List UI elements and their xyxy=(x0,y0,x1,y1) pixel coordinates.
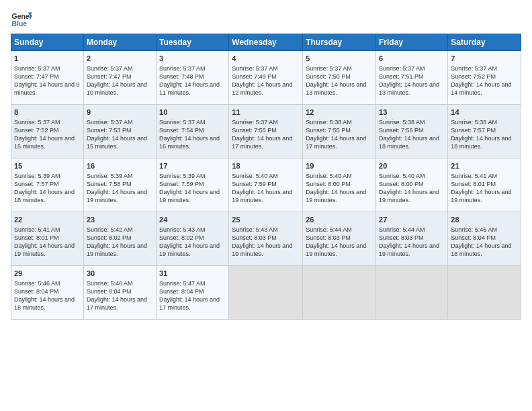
sunset: Sunset: 7:52 PM xyxy=(14,127,59,134)
day-number: 29 xyxy=(14,269,81,279)
calendar-table: SundayMondayTuesdayWednesdayThursdayFrid… xyxy=(11,34,521,320)
sunset: Sunset: 7:55 PM xyxy=(232,127,277,134)
daylight: Daylight: 14 hours and 9 minutes. xyxy=(14,81,80,96)
calendar-cell: 28Sunrise: 5:45 AMSunset: 8:04 PMDayligh… xyxy=(448,212,521,266)
calendar-cell: 15Sunrise: 5:39 AMSunset: 7:57 PMDayligh… xyxy=(11,158,84,212)
calendar-cell: 12Sunrise: 5:38 AMSunset: 7:55 PMDayligh… xyxy=(303,105,376,158)
sunset: Sunset: 8:04 PM xyxy=(14,288,59,295)
day-number: 17 xyxy=(159,161,226,171)
calendar-cell: 19Sunrise: 5:40 AMSunset: 8:00 PMDayligh… xyxy=(303,158,376,212)
daylight: Daylight: 14 hours and 13 minutes. xyxy=(379,81,439,96)
calendar-cell: 30Sunrise: 5:46 AMSunset: 8:04 PMDayligh… xyxy=(83,266,156,320)
daylight: Daylight: 14 hours and 10 minutes. xyxy=(87,81,147,96)
daylight: Daylight: 14 hours and 19 minutes. xyxy=(379,189,439,203)
sunrise: Sunrise: 5:38 AM xyxy=(451,119,497,126)
day-number: 22 xyxy=(14,215,81,225)
calendar-cell xyxy=(229,266,303,320)
sunset: Sunset: 8:01 PM xyxy=(451,181,496,187)
sunrise: Sunrise: 5:43 AM xyxy=(159,226,206,233)
daylight: Daylight: 14 hours and 19 minutes. xyxy=(451,189,511,203)
sunset: Sunset: 7:48 PM xyxy=(159,73,204,80)
weekday-header: Friday xyxy=(376,34,448,51)
day-number: 3 xyxy=(159,54,226,64)
daylight: Daylight: 14 hours and 19 minutes. xyxy=(232,242,292,257)
day-number: 24 xyxy=(159,215,226,225)
calendar-cell: 24Sunrise: 5:43 AMSunset: 8:02 PMDayligh… xyxy=(157,212,229,266)
day-number: 20 xyxy=(379,161,445,171)
calendar-cell: 27Sunrise: 5:44 AMSunset: 8:03 PMDayligh… xyxy=(376,212,448,266)
daylight: Daylight: 14 hours and 19 minutes. xyxy=(87,242,147,257)
calendar-cell: 22Sunrise: 5:41 AMSunset: 8:01 PMDayligh… xyxy=(11,212,84,266)
day-number: 16 xyxy=(87,161,153,171)
daylight: Daylight: 14 hours and 14 minutes. xyxy=(451,81,511,96)
sunset: Sunset: 7:59 PM xyxy=(232,181,277,187)
sunset: Sunset: 8:02 PM xyxy=(159,234,204,241)
sunset: Sunset: 8:02 PM xyxy=(87,234,132,241)
sunrise: Sunrise: 5:44 AM xyxy=(306,226,352,233)
daylight: Daylight: 14 hours and 19 minutes. xyxy=(159,189,220,203)
sunset: Sunset: 8:04 PM xyxy=(87,288,132,295)
day-number: 28 xyxy=(451,215,518,225)
sunset: Sunset: 7:54 PM xyxy=(159,127,204,134)
logo-icon: General Blue xyxy=(11,8,32,30)
sunrise: Sunrise: 5:37 AM xyxy=(232,119,278,126)
sunrise: Sunrise: 5:40 AM xyxy=(379,173,425,179)
sunrise: Sunrise: 5:41 AM xyxy=(451,173,497,179)
calendar-cell: 8Sunrise: 5:37 AMSunset: 7:52 PMDaylight… xyxy=(11,105,84,158)
sunset: Sunset: 8:00 PM xyxy=(306,181,351,187)
sunset: Sunset: 7:53 PM xyxy=(87,127,132,134)
sunrise: Sunrise: 5:37 AM xyxy=(87,65,133,72)
svg-text:Blue: Blue xyxy=(12,20,28,28)
daylight: Daylight: 14 hours and 19 minutes. xyxy=(87,189,147,203)
daylight: Daylight: 14 hours and 13 minutes. xyxy=(306,81,366,96)
sunrise: Sunrise: 5:44 AM xyxy=(379,226,425,233)
sunrise: Sunrise: 5:39 AM xyxy=(14,173,60,179)
weekday-header: Monday xyxy=(83,34,156,51)
sunset: Sunset: 7:47 PM xyxy=(87,73,132,80)
day-number: 10 xyxy=(159,107,226,118)
sunrise: Sunrise: 5:38 AM xyxy=(306,119,352,126)
sunrise: Sunrise: 5:40 AM xyxy=(232,173,278,179)
sunrise: Sunrise: 5:37 AM xyxy=(451,65,497,72)
sunrise: Sunrise: 5:38 AM xyxy=(379,119,425,126)
day-number: 23 xyxy=(87,215,153,225)
day-number: 15 xyxy=(14,161,81,171)
sunset: Sunset: 7:56 PM xyxy=(379,127,424,134)
daylight: Daylight: 14 hours and 18 minutes. xyxy=(14,296,75,311)
sunrise: Sunrise: 5:39 AM xyxy=(87,173,133,179)
sunrise: Sunrise: 5:39 AM xyxy=(159,173,206,179)
calendar-cell: 14Sunrise: 5:38 AMSunset: 7:57 PMDayligh… xyxy=(448,105,521,158)
weekday-header: Saturday xyxy=(448,34,521,51)
daylight: Daylight: 14 hours and 18 minutes. xyxy=(451,242,511,257)
calendar-cell: 20Sunrise: 5:40 AMSunset: 8:00 PMDayligh… xyxy=(376,158,448,212)
sunrise: Sunrise: 5:45 AM xyxy=(451,226,497,233)
calendar-cell: 26Sunrise: 5:44 AMSunset: 8:03 PMDayligh… xyxy=(303,212,376,266)
sunrise: Sunrise: 5:37 AM xyxy=(159,65,206,72)
day-number: 18 xyxy=(232,161,300,171)
calendar-cell: 16Sunrise: 5:39 AMSunset: 7:58 PMDayligh… xyxy=(83,158,156,212)
day-number: 9 xyxy=(87,107,153,118)
day-number: 2 xyxy=(87,54,153,64)
calendar-cell: 25Sunrise: 5:43 AMSunset: 8:03 PMDayligh… xyxy=(229,212,303,266)
weekday-header: Wednesday xyxy=(229,34,303,51)
sunset: Sunset: 8:03 PM xyxy=(306,234,351,241)
sunrise: Sunrise: 5:37 AM xyxy=(232,65,278,72)
calendar-cell: 3Sunrise: 5:37 AMSunset: 7:48 PMDaylight… xyxy=(157,51,229,105)
sunset: Sunset: 8:00 PM xyxy=(379,181,424,187)
daylight: Daylight: 14 hours and 18 minutes. xyxy=(14,189,75,203)
sunrise: Sunrise: 5:46 AM xyxy=(14,280,60,287)
daylight: Daylight: 14 hours and 15 minutes. xyxy=(14,135,75,150)
daylight: Daylight: 14 hours and 11 minutes. xyxy=(159,81,220,96)
day-number: 19 xyxy=(306,161,373,171)
sunset: Sunset: 7:47 PM xyxy=(14,73,59,80)
sunset: Sunset: 7:51 PM xyxy=(379,73,424,80)
daylight: Daylight: 14 hours and 12 minutes. xyxy=(232,81,292,96)
daylight: Daylight: 14 hours and 19 minutes. xyxy=(159,242,220,257)
weekday-header: Tuesday xyxy=(157,34,229,51)
sunset: Sunset: 7:59 PM xyxy=(159,181,204,187)
weekday-header: Sunday xyxy=(11,34,84,51)
calendar-cell: 11Sunrise: 5:37 AMSunset: 7:55 PMDayligh… xyxy=(229,105,303,158)
calendar-cell: 4Sunrise: 5:37 AMSunset: 7:49 PMDaylight… xyxy=(229,51,303,105)
calendar-cell: 6Sunrise: 5:37 AMSunset: 7:51 PMDaylight… xyxy=(376,51,448,105)
calendar-cell: 2Sunrise: 5:37 AMSunset: 7:47 PMDaylight… xyxy=(83,51,156,105)
